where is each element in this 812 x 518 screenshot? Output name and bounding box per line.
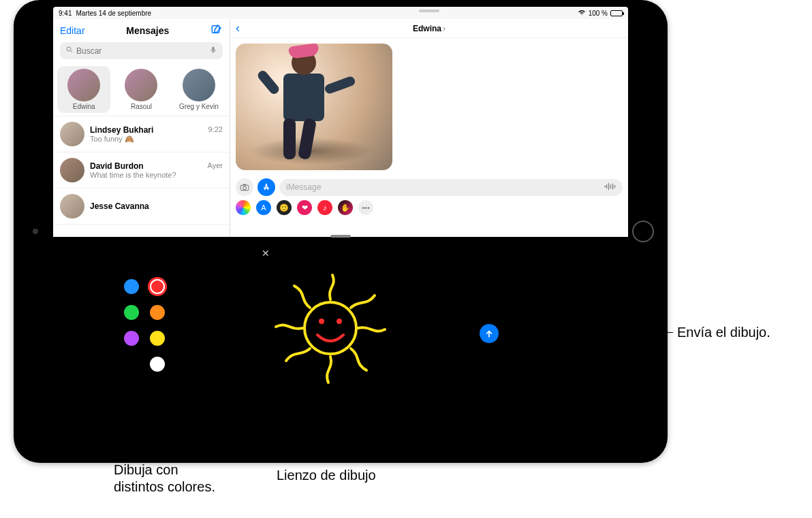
digitaltouch-app-icon[interactable]: ✋ — [338, 200, 353, 215]
sidebar-title: Mensajes — [126, 25, 169, 36]
search-field[interactable] — [60, 42, 223, 59]
conversation-row[interactable]: Lindsey Bukhari9:22 Too funny 🙈 — [53, 116, 230, 152]
close-icon[interactable]: ✕ — [262, 248, 270, 259]
conversation-preview: Too funny 🙈 — [90, 135, 223, 144]
send-button[interactable] — [480, 324, 499, 343]
drag-handle[interactable] — [330, 235, 351, 238]
avatar — [60, 122, 84, 146]
status-time: 9:41 — [59, 10, 72, 17]
conversation-name: Lindsey Bukhari — [90, 125, 153, 135]
svg-rect-3 — [213, 47, 215, 51]
digitaltouch-hearts-icon[interactable]: ❤ — [297, 200, 312, 215]
conversations-sidebar: Editar Mensajes — [53, 19, 230, 237]
conversation-name: David Burdon — [90, 161, 144, 171]
color-swatch-green[interactable] — [124, 305, 139, 320]
conversation-row[interactable]: David BurdonAyer What time is the keynot… — [53, 152, 230, 189]
conversation-name: Jesse Cavanna — [90, 201, 149, 211]
digital-touch-panel: ✕ — [53, 237, 628, 456]
callout-line — [512, 332, 673, 333]
chevron-right-icon: › — [443, 24, 446, 33]
battery-icon — [610, 10, 623, 16]
pinned-label: Greg y Kevin — [179, 103, 219, 110]
color-swatch-orange[interactable] — [150, 305, 165, 320]
search-input[interactable] — [76, 46, 209, 56]
color-swatch-white[interactable] — [150, 357, 165, 372]
drawing-sun — [272, 267, 388, 396]
drawing-canvas[interactable]: ✕ — [257, 244, 401, 421]
svg-point-10 — [338, 320, 341, 323]
color-swatch-red[interactable] — [150, 279, 165, 294]
photos-app-icon[interactable] — [236, 200, 251, 215]
message-input[interactable]: iMessage — [279, 179, 623, 196]
avatar — [67, 69, 100, 101]
wifi-icon — [578, 9, 586, 17]
back-icon[interactable]: ‹ — [236, 21, 240, 35]
chat-pane: ‹ Edwina› — [230, 19, 628, 237]
color-swatch-yellow[interactable] — [150, 331, 165, 346]
callout-canvas: Lienzo de dibujo — [277, 467, 376, 484]
pinned-contact[interactable]: Edwina — [57, 66, 110, 113]
conversation-time: 9:22 — [208, 125, 223, 135]
message-placeholder: iMessage — [286, 182, 321, 192]
conversation-preview: What time is the keynote? — [90, 171, 223, 179]
callout-brace — [123, 389, 188, 403]
svg-point-9 — [320, 320, 323, 323]
callout-send: Envía el dibujo. — [677, 324, 770, 341]
compose-icon[interactable] — [210, 23, 223, 38]
audio-wave-icon[interactable] — [604, 182, 616, 193]
pinned-contact[interactable]: Greg y Kevin — [172, 66, 225, 113]
status-bar: 9:41 Martes 14 de septiembre 100 % — [53, 7, 628, 19]
camera-icon[interactable] — [236, 178, 253, 196]
color-swatch-purple[interactable] — [124, 331, 139, 346]
svg-point-6 — [243, 187, 247, 190]
store-app-icon[interactable]: A — [256, 200, 271, 215]
svg-rect-7 — [243, 184, 247, 185]
color-swatch-blue[interactable] — [124, 279, 139, 294]
conversation-time: Ayer — [208, 161, 223, 171]
callout-colors: Dibuja condistintos colores. — [114, 462, 215, 496]
app-drawer: A 🙂 ❤ ♪ ✋ ••• — [230, 199, 628, 219]
chat-contact-name[interactable]: Edwina — [413, 24, 441, 33]
photo-message[interactable] — [236, 44, 392, 170]
home-button[interactable] — [632, 221, 654, 242]
avatar — [60, 158, 84, 182]
callout-line — [155, 403, 156, 457]
camera-dot — [33, 229, 38, 234]
more-apps-icon[interactable]: ••• — [358, 200, 373, 215]
memoji-app-icon[interactable]: 🙂 — [277, 200, 292, 215]
status-date: Martes 14 de septiembre — [76, 10, 151, 17]
pinned-contact[interactable]: Rasoul — [114, 66, 168, 113]
multitask-handle[interactable] — [419, 10, 439, 12]
pinned-label: Edwina — [73, 103, 95, 110]
color-palette — [124, 279, 168, 376]
callout-line — [327, 433, 328, 463]
edit-button[interactable]: Editar — [60, 25, 85, 36]
ipad-frame: 9:41 Martes 14 de septiembre 100 % Edita… — [14, 0, 668, 463]
app-store-icon[interactable] — [257, 178, 275, 196]
avatar — [125, 69, 157, 101]
conversation-row[interactable]: Jesse Cavanna — [53, 189, 230, 225]
avatar — [60, 194, 84, 218]
search-icon — [65, 46, 74, 56]
battery-percent: 100 % — [589, 10, 608, 17]
avatar — [183, 69, 215, 101]
svg-line-2 — [71, 51, 73, 53]
mic-icon[interactable] — [209, 45, 217, 56]
svg-point-1 — [67, 47, 71, 51]
svg-point-8 — [304, 302, 356, 354]
pinned-label: Rasoul — [131, 103, 152, 110]
music-app-icon[interactable]: ♪ — [317, 200, 332, 215]
